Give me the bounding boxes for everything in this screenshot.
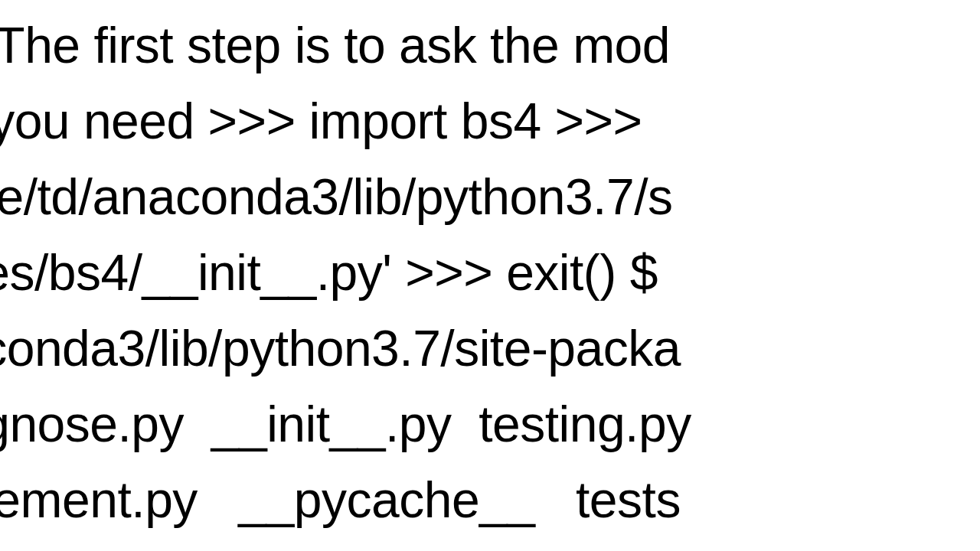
document-text-content: : The first step is to ask the mod ll yo… <box>0 8 980 538</box>
